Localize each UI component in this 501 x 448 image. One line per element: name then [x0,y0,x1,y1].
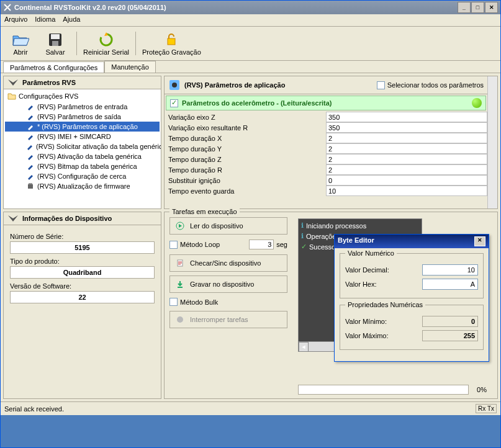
svg-rect-5 [29,183,32,184]
tree-item-label: * (RVS) Parâmetros de aplicação [37,123,138,130]
param-panel-title: (RVS) Parâmetros de aplicação [184,81,373,89]
tree-item[interactable]: (RVS) Parâmetros de entrada [5,102,160,112]
param-input[interactable] [326,154,487,164]
tree-item[interactable]: * (RVS) Parâmetros de aplicação [5,122,160,132]
progress-bar [298,385,469,395]
param-label: Variação eixo Z [165,112,326,122]
product-value: Quadriband [10,266,155,279]
param-list: Variação eixo ZVariação eixo resultante … [165,112,487,208]
tab-manutencao[interactable]: Manutenção [104,61,156,73]
config-tree[interactable]: Configurações RVS (RVS) Parâmetros de en… [4,89,161,208]
bulk-label: Método Bulk [180,298,218,306]
scroll-left-icon[interactable]: ◄ [299,342,309,352]
status-text: Serial ack received. [4,405,476,413]
close-button[interactable]: ✕ [485,2,498,13]
pencil-icon [26,142,34,151]
param-input[interactable] [326,133,487,143]
desktop-background [1,415,500,447]
param-input[interactable] [326,175,487,186]
menubar: Arquivo Idioma Ajuda [1,14,500,27]
menu-arquivo[interactable]: Arquivo [4,16,27,25]
progress-label: 0% [472,386,491,393]
dialog-titlebar[interactable]: Byte Editor ✕ [335,235,489,248]
pencil-icon [26,172,35,181]
stop-icon [175,315,185,325]
tree-item-label: (RVS) Bitmap da tabela genérica [37,163,137,170]
param-label: Tempo duração X [165,133,326,143]
param-row: Tempo duração R [165,164,487,175]
abrir-button[interactable]: Abrir [6,29,35,58]
tree-item[interactable]: (RVS) Solicitar ativação da tabela genér… [5,141,160,151]
hex-input[interactable]: A [422,279,478,290]
param-input[interactable] [326,122,487,133]
param-panel-header: (RVS) Parâmetros de aplicação Selecionar… [165,76,487,94]
read-device-button[interactable]: Ler do dispositivo [169,217,287,235]
param-label: Variação eixo resultante R [165,123,326,133]
param-input[interactable] [326,112,487,122]
svg-point-7 [172,83,177,87]
loop-unit-label: seg [276,241,287,248]
device-info-panel: Informações do Dispositivo Número de Sér… [3,212,161,399]
menu-idioma[interactable]: Idioma [35,16,55,25]
param-input[interactable] [326,186,487,196]
tree-item-label: (RVS) Solicitar ativação da tabela genér… [36,143,161,150]
tree-panel: Parâmetros RVS Configurações RVS (RVS) P… [3,76,161,209]
protecao-label: Proteção Gravação [142,48,201,56]
play-icon [175,221,185,231]
version-label: Versão de Software: [10,282,155,290]
salvar-button[interactable]: Salvar [40,29,70,58]
svg-rect-10 [178,287,183,288]
param-row: Tempo duração X [165,133,487,143]
write-device-button[interactable]: Gravar no dispositivo [169,276,287,293]
salvar-label: Salvar [45,48,65,56]
loop-interval-input[interactable]: 3 [249,240,274,249]
rxtx-indicator: Rx Tx [476,404,497,413]
status-bar: Serial ack received. Rx Tx [1,401,500,415]
param-label: Tempo evento guarda [165,186,326,196]
select-all-checkbox[interactable]: Selecionar todos os parâmetros [377,81,484,89]
vertical-scrollbar[interactable] [487,76,497,208]
tree-item-label: (RVS) Ativação da tabela genérica [37,153,142,160]
interrupt-tasks-button[interactable]: Interromper tarefas [169,311,287,328]
download-icon [175,279,185,289]
reiniciar-serial-button[interactable]: Reiniciar Serial [83,29,129,58]
param-label: Tempo duração Z [165,155,326,164]
tree-item[interactable]: (RVS) IMEI + SIMCARD [5,132,160,141]
loop-label: Método Loop [180,241,220,248]
decimal-input[interactable]: 10 [422,264,478,276]
tree-root[interactable]: Configurações RVS [5,91,160,102]
decimal-label: Valor Decimal: [345,266,422,274]
titlebar: Continental RVSToolKit v2.0 rev20 (05/04… [1,1,500,14]
bulk-checkbox[interactable] [169,298,178,306]
max-value: 255 [422,330,478,341]
tree-item[interactable]: (RVS) Atualização de firmware [5,181,160,191]
pencil-icon [26,162,35,171]
app-window: Continental RVSToolKit v2.0 rev20 (05/04… [0,0,501,448]
tree-item[interactable]: (RVS) Bitmap da tabela genérica [5,161,160,171]
menu-ajuda[interactable]: Ajuda [63,16,80,25]
dialog-close-button[interactable]: ✕ [474,236,485,246]
hex-label: Valor Hex: [345,280,422,288]
protecao-gravacao-button[interactable]: Proteção Gravação [142,29,201,58]
lock-icon [163,31,180,48]
param-input[interactable] [326,164,487,175]
tree-item[interactable]: (RVS) Ativação da tabela genérica [5,151,160,161]
param-input[interactable] [326,143,487,154]
progress-row: 0% [298,385,491,395]
tree-item[interactable]: (RVS) Configuração de cerca [5,171,160,181]
tree-item-label: (RVS) IMEI + SIMCARD [37,133,111,140]
tree-item-label: (RVS) Configuração de cerca [37,172,126,180]
tree-item-label: (RVS) Parâmetros de entrada [37,103,127,110]
device-info-body: Número de Série: 5195 Tipo do produto: Q… [4,225,161,307]
check-sync-button[interactable]: Checar/Sinc dispositivo [169,254,287,272]
tree-item[interactable]: (RVS) Parâmetros de saída [5,112,160,122]
svg-rect-2 [52,41,58,46]
minimize-button[interactable]: _ [458,2,471,13]
param-group-header[interactable]: Parâmetros do acelerômetro - (Leitura/es… [166,96,486,110]
loop-checkbox[interactable] [169,241,178,249]
folder-open-icon [12,31,29,48]
product-label: Tipo do produto: [10,258,155,265]
chevron-icon [7,215,19,222]
maximize-button[interactable]: □ [471,2,484,13]
tab-parametros[interactable]: Parâmetros & Configurações [3,61,104,73]
